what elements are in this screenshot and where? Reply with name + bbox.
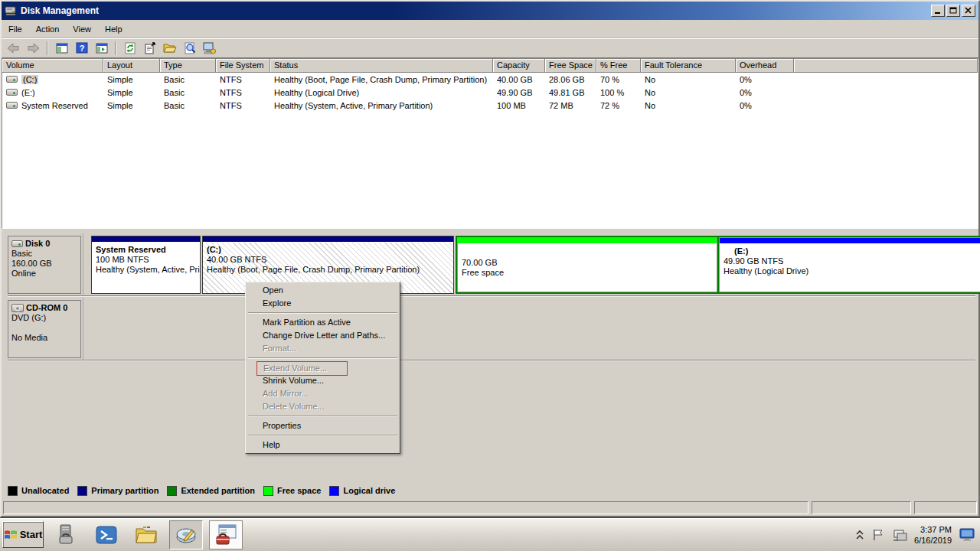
cell-free-space: 49.81 GB [545, 88, 596, 97]
legend-item-logical-drive: Logical drive [329, 486, 395, 496]
cell-fault-tolerance: No [641, 75, 736, 84]
network-icon[interactable] [892, 528, 907, 542]
unallocated-swatch [8, 486, 18, 496]
taskbar-clock[interactable]: 3:37 PM 6/16/2019 [914, 524, 952, 546]
forward-icon[interactable] [24, 40, 42, 57]
table-row-system-reserved[interactable]: System Reserved Simple Basic NTFS Health… [2, 99, 978, 112]
cell-free-space: 72 MB [545, 101, 596, 110]
volume-name: System Reserved [21, 101, 88, 110]
clock-date: 6/16/2019 [914, 535, 952, 546]
help-icon[interactable]: ? [73, 40, 90, 57]
menu-item-shrink-volume[interactable]: Shrink Volume... [247, 374, 399, 387]
start-button[interactable]: Start [2, 521, 44, 548]
file-explorer-icon[interactable] [129, 520, 163, 549]
partition-status: Healthy (Logical Drive) [724, 266, 977, 276]
column-header-file-system[interactable]: File System [216, 59, 270, 73]
partition-title: System Reserved [96, 245, 196, 255]
column-header-overhead[interactable]: Overhead [736, 59, 794, 73]
menu-item-add-mirror: Add Mirror... [247, 387, 399, 400]
legend-item-free-space: Free space [263, 486, 321, 496]
cell-pct-free: 72 % [596, 101, 641, 110]
menu-item-change-drive-letter[interactable]: Change Drive Letter and Paths... [247, 329, 399, 342]
disk0-type: Basic [11, 249, 77, 259]
cell-status: Healthy (Logical Drive) [270, 88, 493, 97]
properties-icon[interactable] [141, 40, 158, 57]
show-action-pane-icon[interactable] [93, 40, 110, 57]
menu-item-help[interactable]: Help [247, 439, 399, 452]
menu-item-properties[interactable]: Properties [247, 419, 399, 432]
toolbar-separator [115, 41, 116, 55]
toolbar-separator [47, 41, 48, 55]
cdrom-media-status: No Media [11, 333, 77, 343]
maximize-button[interactable] [946, 5, 960, 17]
partition-title: (C:) [207, 245, 449, 255]
taskbar: Start [0, 517, 980, 551]
menu-item-format: Format... [247, 342, 399, 355]
menu-item-explore[interactable]: Explore [247, 297, 399, 310]
disk0-strip-area: System Reserved 100 MB NTFS Healthy (Sys… [83, 233, 975, 296]
column-header-volume[interactable]: Volume [2, 59, 103, 73]
disk0-status: Online [11, 269, 77, 279]
menu-file[interactable]: File [2, 22, 29, 36]
open-folder-icon[interactable] [161, 40, 178, 57]
show-console-tree-icon[interactable] [53, 40, 70, 57]
column-header-status[interactable]: Status [270, 59, 493, 73]
action-center-flag-icon[interactable] [871, 528, 885, 542]
disk-icon [11, 240, 23, 247]
system-tray: 3:37 PM 6/16/2019 [855, 524, 980, 546]
menu-separator [248, 357, 397, 359]
column-header-filler [794, 59, 978, 73]
computer-management-window-button[interactable] [209, 520, 243, 549]
logical-drive-strip [720, 238, 980, 244]
disk0-name: Disk 0 [25, 239, 50, 249]
volume-name: (C:) [21, 75, 38, 84]
partition-e[interactable]: (E:) 49.90 GB NTFS Healthy (Logical Driv… [719, 237, 980, 292]
menu-separator [248, 312, 397, 314]
free-space-region[interactable]: 70.00 GB Free space [457, 237, 717, 292]
disk-management-window: Disk Management File Action View Help [0, 0, 980, 517]
show-hidden-icons-chevron[interactable] [855, 530, 864, 540]
column-header-capacity[interactable]: Capacity [493, 59, 545, 73]
menu-action[interactable]: Action [29, 22, 67, 36]
close-button[interactable] [962, 5, 975, 17]
column-header-free-space[interactable]: Free Space [545, 59, 596, 73]
menu-item-open[interactable]: Open [247, 284, 399, 297]
minimize-button[interactable] [931, 5, 945, 17]
find-icon[interactable] [181, 40, 198, 57]
cdrom-info-panel[interactable]: CD-ROM 0 DVD (G:) No Media [8, 300, 81, 358]
menu-help[interactable]: Help [98, 22, 129, 36]
table-row-e[interactable]: (E:) Simple Basic NTFS Healthy (Logical … [2, 86, 978, 99]
partition-size: 40.00 GB NTFS [207, 255, 449, 265]
menu-separator [248, 435, 397, 436]
powershell-icon[interactable] [90, 520, 123, 549]
legend-item-primary-partition: Primary partition [77, 486, 158, 496]
refresh-icon[interactable] [121, 40, 139, 57]
free-space-size: 70.00 GB [462, 258, 713, 268]
disk0-info-panel[interactable]: Disk 0 Basic 160.00 GB Online [8, 236, 81, 294]
column-header-pct-free[interactable]: % Free [596, 59, 641, 73]
free-space-label: Free space [462, 268, 713, 278]
cell-type: Basic [160, 88, 216, 97]
table-row-c[interactable]: (C:) Simple Basic NTFS Healthy (Boot, Pa… [2, 73, 978, 86]
column-header-layout[interactable]: Layout [103, 59, 160, 73]
cdrom-row: CD-ROM 0 DVD (G:) No Media [8, 298, 975, 360]
partition-system-reserved[interactable]: System Reserved 100 MB NTFS Healthy (Sys… [91, 236, 201, 294]
menu-view[interactable]: View [66, 22, 98, 36]
menu-item-mark-partition-active[interactable]: Mark Partition as Active [247, 316, 399, 329]
cell-type: Basic [160, 101, 216, 110]
column-header-fault-tolerance[interactable]: Fault Tolerance [641, 59, 736, 73]
cdrom-drive-letter: DVD (G:) [11, 313, 77, 323]
column-header-type[interactable]: Type [160, 59, 216, 73]
primary-partition-strip [92, 236, 200, 243]
disk-actions-icon[interactable] [201, 40, 218, 57]
desktop-monitor-icon[interactable] [959, 527, 975, 543]
primary-partition-strip [203, 236, 453, 243]
cdrom-name: CD-ROM 0 [26, 303, 67, 313]
back-icon[interactable] [5, 40, 22, 57]
legend-item-unallocated: Unallocated [8, 486, 69, 496]
cell-layout: Simple [103, 101, 160, 110]
volume-list-header: Volume Layout Type File System Status Ca… [2, 59, 978, 73]
disk-tool-icon[interactable] [169, 520, 203, 549]
start-label: Start [20, 529, 43, 540]
server-manager-icon[interactable] [50, 520, 83, 549]
